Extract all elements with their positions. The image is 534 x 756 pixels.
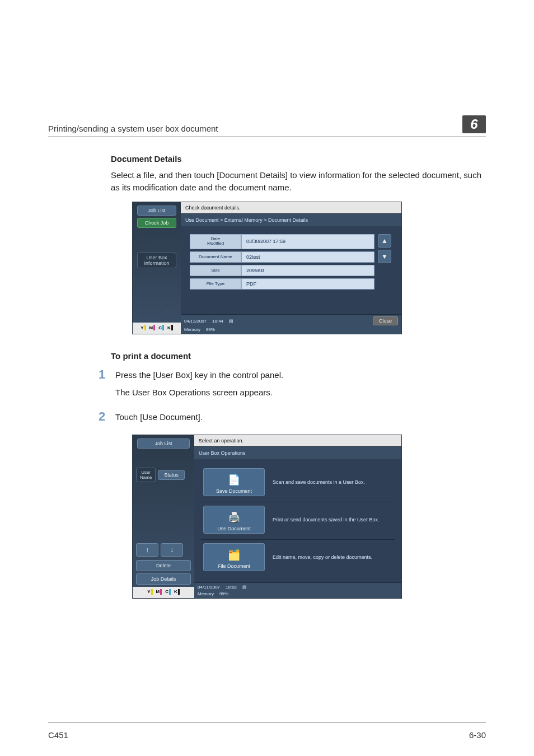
footer-right: 6-30 <box>469 730 486 740</box>
status-date: 04/11/2007 <box>184 319 207 324</box>
step-number: 1 <box>99 368 115 404</box>
field-row: Size 2095KB <box>190 265 374 276</box>
status-bar-2: Memory 99% <box>194 591 401 598</box>
step-text: Touch [Use Document]. <box>115 410 486 423</box>
memory-label: Memory <box>184 327 200 332</box>
user-name-label: User Name <box>136 468 156 482</box>
header-rule <box>48 137 486 137</box>
toner-k: K <box>174 589 177 594</box>
section-paragraph: Select a file, and then touch [Document … <box>111 169 486 194</box>
breadcrumb: Use Document > External Memory > Documen… <box>181 213 401 226</box>
scroll-up-button[interactable]: ▲ <box>378 234 391 248</box>
op-desc: Edit name, move, copy or delete document… <box>273 554 392 560</box>
operation-row-save: 📄 Save Document Scan and save documents … <box>201 465 395 502</box>
toner-c: C <box>165 589 168 594</box>
delete-button[interactable]: Delete <box>136 560 191 571</box>
memory-label: Memory <box>198 591 214 596</box>
field-row: File Type PDF <box>190 278 374 290</box>
field-label-document-name: Document Name <box>190 251 241 263</box>
toner-m: M <box>156 589 160 594</box>
step-text: Press the [User Box] key in the control … <box>115 368 486 381</box>
field-label-file-type: File Type <box>190 278 241 290</box>
header-title: Printing/sending a system user box docum… <box>48 124 218 133</box>
use-document-icon: 🖨️ <box>226 511 242 524</box>
arrow-down-button[interactable]: ↓ <box>161 543 183 557</box>
op-desc: Print or send documents saved in the Use… <box>273 517 392 522</box>
toner-status: Y M C K <box>133 587 194 598</box>
close-button[interactable]: Close <box>373 316 398 325</box>
footer-rule <box>48 722 486 722</box>
field-row: Document Name 02test <box>190 251 374 263</box>
field-label-date-modified: Date Modified <box>190 234 241 250</box>
save-document-button[interactable]: 📄 Save Document <box>203 468 265 496</box>
memory-value: 99% <box>206 327 215 332</box>
file-document-icon: 🗂️ <box>226 548 242 562</box>
page-header: Printing/sending a system user box docum… <box>48 0 486 133</box>
field-row: Date Modified 03/30/2007 17:59 <box>190 234 374 250</box>
status-time: 18:02 <box>226 585 237 590</box>
status-bar: 04/11/2007 18:44 ▤ Close <box>181 314 401 327</box>
screenshot-document-details: Job List Check Job User Box Information … <box>132 202 402 335</box>
step-2: 2 Touch [Use Document]. <box>99 410 486 428</box>
step-1: 1 Press the [User Box] key in the contro… <box>99 368 486 404</box>
subheading: To print a document <box>111 351 486 361</box>
user-box-info-button[interactable]: User Box Information <box>137 253 176 268</box>
field-label-size: Size <box>190 265 241 276</box>
arrow-up-button[interactable]: ↑ <box>136 543 158 557</box>
scroll-down-button[interactable]: ▼ <box>378 250 391 263</box>
chapter-badge: 6 <box>462 115 486 133</box>
screenshot-user-box-operations: Job List User Name Status ↑ ↓ Delete Job… <box>132 435 402 599</box>
toner-k: K <box>167 325 171 330</box>
field-value-file-type: PDF <box>241 278 374 290</box>
memory-value: 99% <box>219 591 228 596</box>
job-details-button[interactable]: Job Details <box>136 573 191 585</box>
step-number: 2 <box>99 410 115 428</box>
file-document-button[interactable]: 🗂️ File Document <box>203 543 265 571</box>
operation-row-file: 🗂️ File Document Edit name, move, copy o… <box>201 540 395 577</box>
toner-c: C <box>158 325 162 330</box>
status-button[interactable]: Status <box>158 470 185 480</box>
footer-left: C451 <box>48 730 68 740</box>
toner-m: M <box>149 325 153 330</box>
status-date: 04/11/2007 <box>198 585 220 590</box>
op-label: File Document <box>204 563 264 569</box>
job-list-button[interactable]: Job List <box>137 206 176 216</box>
step-text: The User Box Operations screen appears. <box>115 386 486 399</box>
status-bar: 04/11/2007 18:02 ▤ <box>194 582 401 591</box>
modem-icon: ▤ <box>229 319 233 324</box>
field-value-date-modified: 03/30/2007 17:59 <box>241 234 374 250</box>
status-time: 18:44 <box>212 319 223 324</box>
subtitle: User Box Operations <box>194 446 401 459</box>
page-footer: C451 6-30 <box>48 727 486 751</box>
check-job-button[interactable]: Check Job <box>137 218 176 228</box>
field-value-document-name: 02test <box>241 251 374 263</box>
toner-y: Y <box>147 589 150 594</box>
op-label: Use Document <box>204 526 264 531</box>
field-value-size: 2095KB <box>241 265 374 276</box>
modem-icon: ▤ <box>242 585 247 590</box>
operation-row-use: 🖨️ Use Document Print or send documents … <box>201 502 395 540</box>
op-desc: Scan and save documents in a User Box. <box>273 479 392 485</box>
op-label: Save Document <box>204 488 264 494</box>
section-title: Document Details <box>111 154 486 164</box>
ss1-titlebar: Check document details. <box>181 202 401 213</box>
use-document-button[interactable]: 🖨️ Use Document <box>203 506 265 534</box>
toner-status: Y M C K <box>133 323 181 334</box>
save-document-icon: 📄 <box>226 473 242 487</box>
job-list-button[interactable]: Job List <box>137 438 190 449</box>
status-bar-2: Memory 99% <box>181 327 401 334</box>
ss2-titlebar: Select an operation. <box>194 435 401 446</box>
toner-y: Y <box>140 325 143 330</box>
